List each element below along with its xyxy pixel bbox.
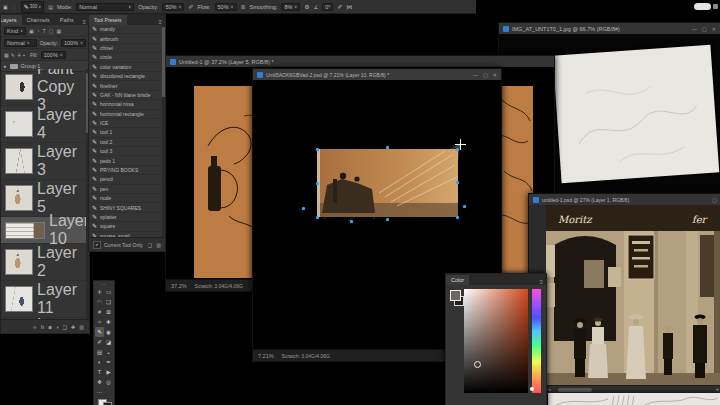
layer-thumbnail[interactable] — [5, 286, 33, 312]
kind-filter-select[interactable]: Kind∨ — [4, 27, 26, 35]
healing-brush-tool-icon[interactable]: ✚ — [104, 317, 113, 327]
foreground-color-swatch[interactable] — [450, 290, 461, 301]
layer-thumbnail[interactable] — [5, 249, 33, 275]
layer-fill-field[interactable]: 100%∨ — [41, 51, 66, 59]
transform-handle[interactable] — [456, 216, 459, 219]
tab-tool-presets[interactable]: Tool Presets — [89, 15, 127, 25]
window-sketch-strip[interactable] — [548, 393, 720, 405]
layers-footer-icon[interactable]: ◙ — [49, 324, 52, 330]
eyedropper-tool-icon[interactable]: ✧ — [95, 317, 104, 327]
minimize-icon[interactable]: — — [692, 26, 697, 32]
transform-handle[interactable] — [456, 181, 459, 184]
tab-layers[interactable]: Layers — [1, 15, 22, 25]
tool-presets-panel[interactable]: Tool Presets ≡ ✎mandy✎airbrush✎chisel✎ci… — [88, 13, 166, 252]
window-photo-reference[interactable]: untitled-1.psd @ 27% (Layer 1, RGB/8) ▢ … — [528, 193, 720, 395]
toggle-brush-panel-icon[interactable]: ▤ — [48, 4, 53, 10]
opacity-field[interactable]: 50%∨ — [162, 3, 184, 11]
tab-paths[interactable]: Paths — [55, 15, 79, 25]
crop-tool-icon[interactable]: # — [95, 307, 104, 317]
dots-icon[interactable]: ⋮ — [12, 4, 17, 10]
brush-tool-icon[interactable]: ✎ — [95, 327, 104, 337]
color-panel[interactable]: Color ≡ — [445, 273, 547, 405]
presets-scrollbar[interactable] — [162, 25, 165, 238]
layer-row[interactable]: Layer 11 — [1, 281, 89, 318]
smoothing-options-gear-icon[interactable]: ⚙ — [304, 3, 309, 10]
transform-handle[interactable] — [316, 216, 319, 219]
gradient-tool-icon[interactable]: ▤ — [95, 347, 104, 357]
current-tool-only-checkbox[interactable]: ✔ — [93, 241, 101, 249]
preset-item[interactable]: ✎splatter — [89, 213, 161, 222]
toolbox[interactable]: •• ✛▭◠❏#⊠✧✚✎◉✐◪▤◒◐✒T▶✥◎⋯ — [93, 280, 115, 405]
layers-footer-icon[interactable]: ▥ — [79, 324, 84, 330]
zoom-level[interactable]: 7.21% — [258, 353, 274, 359]
blur-tool-icon[interactable]: ◒ — [104, 347, 113, 357]
mode-select[interactable]: Normal∨ — [76, 3, 134, 11]
layer-filter-icon[interactable]: ▢ — [49, 28, 54, 34]
photo-content[interactable]: Moritz fer — [546, 205, 720, 386]
preset-item[interactable]: ✎circle — [89, 53, 161, 62]
preset-item[interactable]: ✎nude — [89, 194, 161, 203]
preset-item[interactable]: ✎discolored rectangle — [89, 72, 161, 81]
brush-angle-field[interactable]: 0° — [322, 3, 333, 11]
lock-icon[interactable]: ✎ — [11, 52, 15, 58]
layers-panel[interactable]: Layers Channels Paths ≡ Kind∨ ▣◔T▢▦ Norm… — [0, 13, 90, 334]
more-tools-icon[interactable]: ⋯ — [95, 387, 104, 397]
color-picker-cursor[interactable] — [474, 361, 481, 368]
frame-tool-icon[interactable]: ⊠ — [104, 307, 113, 317]
preset-item[interactable]: ✎mandy — [89, 25, 161, 34]
layers-footer-icon[interactable]: ◑ — [56, 324, 59, 330]
layers-footer-icon[interactable]: ∞ — [33, 324, 37, 330]
zoom-level[interactable]: 37.2% — [171, 283, 187, 289]
pen-tool-icon[interactable]: ✒ — [104, 357, 113, 367]
new-preset-icon[interactable]: ❑ — [148, 242, 152, 248]
preset-item[interactable]: ✎color variation — [89, 63, 161, 72]
transform-handle[interactable] — [316, 182, 319, 185]
layers-footer-icon[interactable]: fx — [41, 324, 45, 330]
minimize-icon[interactable]: — — [473, 72, 478, 78]
preset-item[interactable]: ✎fineliner — [89, 81, 161, 90]
warp-pin[interactable] — [350, 220, 353, 223]
blend-mode-select[interactable]: Normal∨ — [4, 39, 37, 47]
dodge-tool-icon[interactable]: ◐ — [95, 357, 104, 367]
preset-item[interactable]: ✎square — [89, 222, 161, 231]
zoom-tool-icon[interactable]: ◎ — [104, 377, 113, 387]
layer-filter-icon[interactable]: ▣ — [29, 28, 34, 34]
history-brush-tool-icon[interactable]: ✐ — [95, 337, 104, 347]
layer-thumbnail[interactable] — [5, 222, 45, 239]
preset-item[interactable]: ✎PRYING BOOKS — [89, 166, 161, 175]
preset-item[interactable]: ✎pencil — [89, 175, 161, 184]
layer-filter-icon[interactable]: ▦ — [57, 28, 62, 34]
layer-name[interactable]: Layer 10 — [49, 212, 89, 248]
preset-item[interactable]: ✎tool 1 — [89, 128, 161, 137]
airbrush-icon[interactable]: ≋ — [241, 3, 246, 10]
preset-item[interactable]: ✎chisel — [89, 44, 161, 53]
transform-handle[interactable] — [316, 148, 319, 151]
symmetry-icon[interactable]: ⋈ — [346, 3, 352, 10]
brush-angle-icon[interactable]: ∠ — [314, 4, 318, 10]
layer-thumbnail[interactable] — [5, 111, 33, 137]
maximize-icon[interactable]: ▢ — [483, 72, 488, 78]
layer-name[interactable]: Layer 3 — [37, 143, 85, 179]
scrollbar-thumb[interactable] — [558, 388, 592, 392]
tab-channels[interactable]: Channels — [22, 15, 55, 25]
tab-color[interactable]: Color — [446, 275, 469, 285]
layer-row[interactable]: Layer 2 — [1, 244, 89, 281]
hue-slider[interactable] — [532, 289, 541, 393]
grid-icon[interactable]: ▣ — [3, 4, 8, 10]
warp-pin[interactable] — [463, 205, 466, 208]
preset-item[interactable]: ✎ICE — [89, 119, 161, 128]
maximize-icon[interactable]: ▢ — [712, 197, 717, 203]
type-tool-icon[interactable]: T — [95, 367, 104, 377]
preset-item[interactable]: ✎airbrush — [89, 34, 161, 43]
eraser-tool-icon[interactable]: ◪ — [104, 337, 113, 347]
lock-icon[interactable]: ▦ — [4, 52, 9, 58]
layer-thumbnail[interactable] — [5, 185, 33, 211]
color-picker-gradient[interactable] — [464, 289, 528, 393]
screen-overlay-square[interactable] — [713, 4, 718, 9]
layer-thumbnail[interactable] — [5, 148, 33, 174]
screen-overlay-pill-button[interactable] — [694, 3, 711, 10]
size-pressure-icon[interactable]: ✐ — [337, 3, 342, 10]
mini-painting[interactable] — [317, 149, 458, 217]
preset-item[interactable]: ✎pen — [89, 185, 161, 194]
lock-icon[interactable]: ✛ — [17, 52, 21, 58]
